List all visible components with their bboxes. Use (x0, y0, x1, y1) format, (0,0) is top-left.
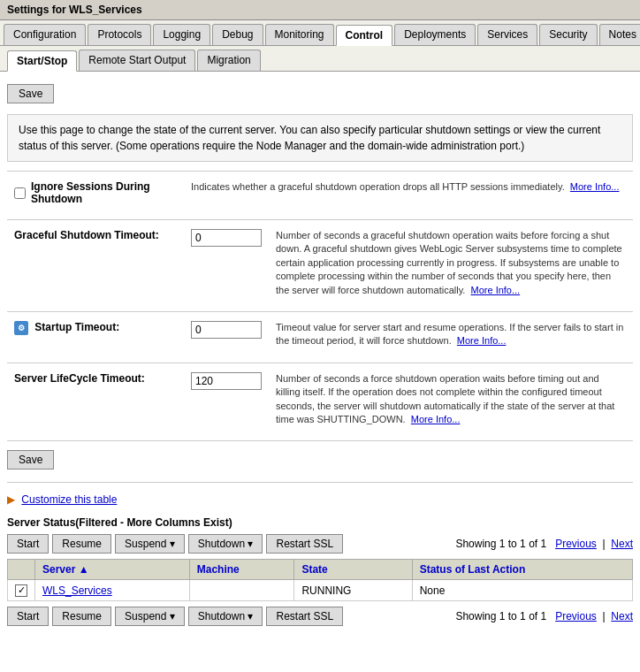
shutdown-button-bottom[interactable]: Shutdown ▾ (188, 607, 263, 626)
tab-services[interactable]: Services (477, 24, 537, 45)
start-button-bottom[interactable]: Start (7, 607, 49, 626)
paging-info-top: Showing 1 to 1 of 1 Previous | Next (455, 538, 633, 550)
tab-logging[interactable]: Logging (153, 24, 210, 45)
ignore-sessions-label: Ignore Sessions During Shutdown (31, 180, 177, 205)
start-button-top[interactable]: Start (7, 534, 49, 554)
row-last-action: None (420, 584, 446, 597)
paging-text-top: Showing 1 to 1 of 1 (455, 538, 546, 550)
subtab-remote-start-output[interactable]: Remote Start Output (79, 50, 195, 71)
row-checkbox-cell (8, 580, 35, 601)
customize-icon: ▶ (7, 493, 15, 506)
startup-icon: ⚙ (14, 321, 28, 335)
title-bar: Settings for WLS_Services (0, 0, 640, 20)
server-status-table: Server ▲ Machine State Status of Last Ac… (7, 559, 633, 601)
next-link-bottom[interactable]: Next (611, 610, 633, 622)
row-state: RUNNING (301, 584, 351, 597)
tab-control[interactable]: Control (336, 25, 393, 46)
suspend-button-bottom[interactable]: Suspend ▾ (115, 607, 185, 626)
tab-notes[interactable]: Notes (599, 24, 640, 45)
graceful-shutdown-desc: Number of seconds a graceful shutdown op… (276, 230, 622, 295)
startup-timeout-more-info[interactable]: More Info... (457, 335, 507, 346)
col-header-last-action[interactable]: Status of Last Action (412, 560, 632, 580)
ignore-sessions-row: Ignore Sessions During Shutdown (14, 180, 177, 205)
col-header-state[interactable]: State (294, 560, 412, 580)
startup-timeout-input[interactable] (191, 321, 262, 339)
col-header-machine[interactable]: Machine (189, 560, 294, 580)
graceful-shutdown-label: Graceful Shutdown Timeout: (14, 229, 159, 241)
save-button-bottom[interactable]: Save (7, 450, 54, 470)
ignore-sessions-desc: Indicates whether a graceful shutdown op… (191, 181, 565, 192)
previous-link-bottom[interactable]: Previous (555, 610, 597, 622)
subtab-migration[interactable]: Migration (197, 50, 260, 71)
lifecycle-timeout-label: Server LifeCycle Timeout: (14, 372, 145, 385)
restart-ssl-button-bottom[interactable]: Restart SSL (266, 607, 343, 626)
shutdown-button-top[interactable]: Shutdown ▾ (188, 534, 263, 554)
previous-link-top[interactable]: Previous (555, 538, 597, 550)
graceful-shutdown-input[interactable] (191, 229, 262, 247)
top-toolbar: Start Resume Suspend ▾ Shutdown ▾ Restar… (7, 534, 633, 554)
lifecycle-timeout-input[interactable] (191, 372, 262, 390)
table-header-row: Server ▲ Machine State Status of Last Ac… (8, 560, 633, 580)
paging-info-bottom: Showing 1 to 1 of 1 Previous | Next (455, 610, 633, 622)
tab-monitoring[interactable]: Monitoring (265, 24, 334, 45)
customize-link[interactable]: Customize this table (21, 490, 117, 509)
table-row: WLS_Services RUNNING None (8, 580, 633, 601)
row-last-action-cell: None (412, 580, 632, 601)
ignore-sessions-more-info[interactable]: More Info... (570, 181, 620, 192)
server-status-title: Server Status(Filtered - More Columns Ex… (7, 516, 633, 529)
window-title: Settings for WLS_Services (7, 4, 142, 16)
subtabs-container: Start/Stop Remote Start Output Migration (0, 46, 640, 72)
startup-timeout-label: Startup Timeout: (34, 321, 119, 333)
restart-ssl-button-top[interactable]: Restart SSL (266, 534, 343, 554)
tab-configuration[interactable]: Configuration (4, 24, 86, 45)
lifecycle-timeout-more-info[interactable]: More Info... (411, 414, 461, 424)
subtab-start-stop[interactable]: Start/Stop (7, 50, 77, 72)
next-link-top[interactable]: Next (611, 538, 633, 550)
row-machine-cell (189, 580, 294, 601)
graceful-shutdown-more-info[interactable]: More Info... (471, 285, 521, 295)
col-header-checkbox (8, 560, 35, 580)
bottom-toolbar: Start Resume Suspend ▾ Shutdown ▾ Restar… (7, 607, 633, 626)
startup-timeout-desc: Timeout value for server start and resum… (276, 322, 623, 346)
tab-deployments[interactable]: Deployments (394, 24, 476, 45)
resume-button-bottom[interactable]: Resume (52, 607, 111, 626)
info-box: Use this page to change the state of the… (7, 114, 633, 162)
main-content: Save Use this page to change the state o… (0, 72, 640, 638)
save-button-top[interactable]: Save (7, 84, 54, 103)
ignore-sessions-checkbox[interactable] (14, 187, 26, 199)
suspend-button-top[interactable]: Suspend ▾ (115, 534, 185, 554)
row-state-cell: RUNNING (294, 580, 412, 601)
tab-protocols[interactable]: Protocols (88, 24, 151, 45)
row-checkbox[interactable] (15, 584, 27, 597)
paging-text-bottom: Showing 1 to 1 of 1 (455, 610, 546, 622)
row-server-cell: WLS_Services (35, 580, 190, 601)
info-text: Use this page to change the state of the… (19, 124, 600, 152)
tab-debug[interactable]: Debug (212, 24, 263, 45)
col-header-server[interactable]: Server ▲ (35, 560, 190, 580)
server-link[interactable]: WLS_Services (42, 584, 112, 597)
resume-button-top[interactable]: Resume (52, 534, 111, 554)
tabs-container: Configuration Protocols Logging Debug Mo… (0, 20, 640, 46)
tab-security[interactable]: Security (539, 24, 597, 45)
